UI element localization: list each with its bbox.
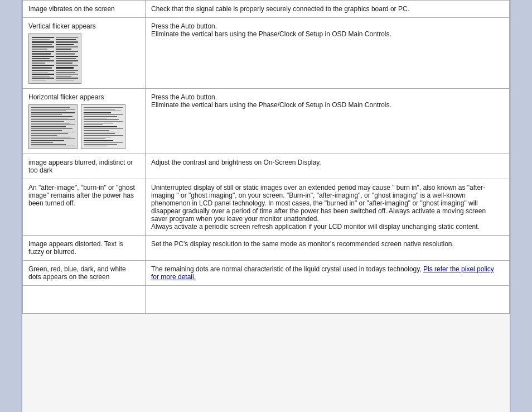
remedy-text: Adjust the contrast and brightness on On… xyxy=(151,159,321,166)
remedy-cell: The remaining dots are normal characteri… xyxy=(146,261,510,286)
remedy-cell: Uninterrupted display of still or static… xyxy=(146,179,510,236)
symptom-text: Vertical flicker appears xyxy=(28,22,139,30)
symptom-text: Image appears distorted. Text is fuzzy o… xyxy=(28,240,123,256)
symptom-cell: Image appears distorted. Text is fuzzy o… xyxy=(23,236,146,261)
symptom-text: An "after-image", "burn-in" or "ghost im… xyxy=(28,184,135,207)
symptom-cell: Image vibrates on the screen xyxy=(23,1,146,18)
remedy-cell: Press the Auto button.Eliminate the vert… xyxy=(146,18,510,89)
symptom-text: Green, red, blue, dark, and white dots a… xyxy=(28,265,126,281)
left-sidebar xyxy=(0,0,22,412)
symptom-text: Horizontal flicker appears xyxy=(28,93,139,101)
remedy-text: Check that the signal cable is properly … xyxy=(151,5,409,13)
horiz-image-right xyxy=(81,104,125,149)
remedy-cell: Press the Auto button.Eliminate the vert… xyxy=(146,89,510,154)
main-content: Image vibrates on the screen Check that … xyxy=(22,0,510,412)
table-row: Image vibrates on the screen Check that … xyxy=(23,1,510,18)
remedy-cell: Check that the signal cable is properly … xyxy=(146,1,510,18)
spacer-cell xyxy=(23,286,146,314)
remedy-cell: Adjust the contrast and brightness on On… xyxy=(146,154,510,179)
table-row: Green, red, blue, dark, and white dots a… xyxy=(23,261,510,286)
symptom-cell: Horizontal flicker appears xyxy=(23,89,146,154)
symptom-cell: image appears blurred, indistinct or too… xyxy=(23,154,146,179)
horizontal-flicker-images xyxy=(28,104,139,149)
symptom-cell: An "after-image", "burn-in" or "ghost im… xyxy=(23,179,146,236)
table-row: An "after-image", "burn-in" or "ghost im… xyxy=(23,179,510,236)
remedy-text: Press the Auto button.Eliminate the vert… xyxy=(151,22,391,38)
horiz-image-left xyxy=(28,104,78,149)
remedy-text-prefix: The remaining dots are normal characteri… xyxy=(151,265,423,273)
spacer-cell xyxy=(146,286,510,314)
symptom-text: image appears blurred, indistinct or too… xyxy=(28,159,133,174)
table-row: Image appears distorted. Text is fuzzy o… xyxy=(23,236,510,261)
table-row: image appears blurred, indistinct or too… xyxy=(23,154,510,179)
right-sidebar xyxy=(510,0,532,412)
symptom-cell: Vertical flicker appears xyxy=(23,18,146,89)
troubleshooting-table: Image vibrates on the screen Check that … xyxy=(22,0,510,314)
table-row-spacer xyxy=(23,286,510,314)
remedy-cell: Set the PC's display resolution to the s… xyxy=(146,236,510,261)
table-row: Horizontal flicker appears xyxy=(23,89,510,154)
symptom-text: Image vibrates on the screen xyxy=(28,5,115,13)
symptom-cell: Green, red, blue, dark, and white dots a… xyxy=(23,261,146,286)
vertical-flicker-image xyxy=(28,33,81,84)
remedy-text: Press the Auto button.Eliminate the vert… xyxy=(151,93,391,109)
remedy-text: Set the PC's display resolution to the s… xyxy=(151,240,454,248)
table-row: Vertical flicker appears xyxy=(23,18,510,89)
remedy-text: Uninterrupted display of still or static… xyxy=(151,184,486,231)
